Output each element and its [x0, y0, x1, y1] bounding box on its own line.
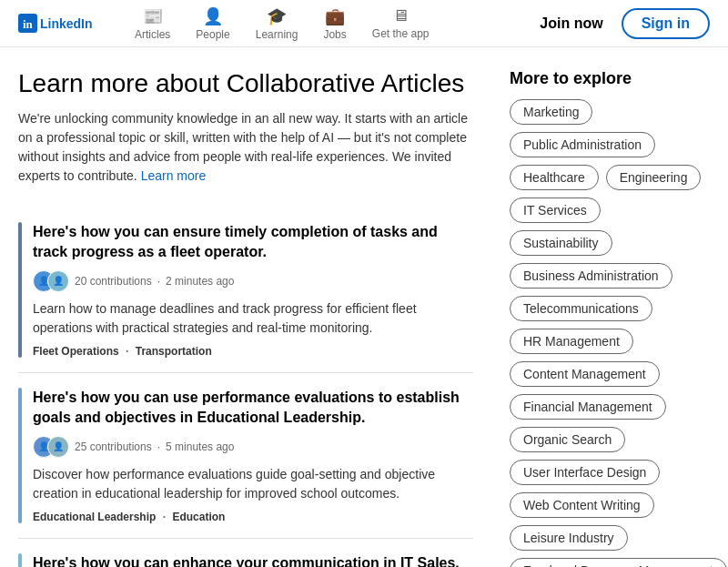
avatar: 👤 [47, 436, 69, 458]
dot-separator: · [157, 275, 160, 288]
tag2[interactable]: Transportation [136, 345, 212, 358]
tag-pill[interactable]: Leisure Industry [510, 525, 628, 551]
article-tags: Educational Leadership · Education [33, 511, 473, 523]
nav-jobs-label: Jobs [323, 28, 346, 41]
tag-pill[interactable]: IT Services [510, 197, 601, 223]
articles-icon: 📰 [143, 6, 163, 26]
avatar-group: 👤 👤 [33, 436, 69, 458]
time-ago: 5 minutes ago [166, 440, 234, 453]
tag-pill[interactable]: Marketing [510, 99, 592, 125]
article-content: Here's how you can enhance your communic… [33, 553, 473, 567]
tag1[interactable]: Fleet Operations [33, 345, 119, 358]
tag-pill[interactable]: Sustainability [510, 230, 612, 256]
article-title[interactable]: Here's how you can use performance evalu… [33, 388, 473, 429]
tag-pill[interactable]: Public Administration [510, 132, 655, 157]
tag-pill[interactable]: Organic Search [510, 427, 625, 452]
article-card: Here's how you can use performance evalu… [18, 373, 473, 539]
avatar: 👤 [47, 270, 69, 292]
contributions-count: 25 contributions [75, 440, 152, 453]
dot-separator: · [157, 440, 160, 453]
nav-learning-label: Learning [256, 28, 298, 41]
article-title[interactable]: Here's how you can ensure timely complet… [33, 222, 473, 263]
tag-pill[interactable]: Engineering [606, 165, 702, 190]
jobs-icon: 💼 [325, 6, 345, 26]
tag-pill[interactable]: Food and Beverage Management [510, 558, 727, 567]
learn-more-link[interactable]: Learn more [141, 168, 207, 183]
article-meta: 👤 👤 20 contributions · 2 minutes ago [33, 270, 473, 292]
tag-pill[interactable]: Web Content Writing [510, 492, 654, 518]
article-tags: Fleet Operations · Transportation [33, 345, 473, 358]
tag-pill[interactable]: Telecommunications [510, 296, 652, 321]
article-description: Learn how to manage deadlines and track … [33, 299, 473, 338]
svg-text:LinkedIn: LinkedIn [40, 16, 93, 31]
article-bar [18, 388, 22, 523]
right-column: More to explore MarketingPublic Administ… [510, 69, 710, 567]
article-card: Here's how you can ensure timely complet… [18, 208, 473, 373]
learning-icon: 🎓 [267, 6, 287, 26]
avatar-group: 👤 👤 [33, 270, 69, 292]
nav-people[interactable]: 👤 People [185, 0, 240, 47]
article-description: Discover how performance evaluations gui… [33, 465, 473, 503]
get-app-icon: 🖥 [392, 6, 409, 25]
tag-pill[interactable]: User Interface Design [510, 460, 660, 485]
nav-get-app[interactable]: 🖥 Get the app [361, 0, 440, 47]
tag-pill[interactable]: Content Management [510, 361, 660, 387]
left-column: Learn more about Collaborative Articles … [18, 69, 473, 567]
article-content: Here's how you can ensure timely complet… [33, 222, 473, 358]
article-content: Here's how you can use performance evalu… [33, 388, 473, 523]
time-ago: 2 minutes ago [166, 275, 234, 288]
nav-learning[interactable]: 🎓 Learning [245, 0, 309, 47]
article-card: Here's how you can enhance your communic… [18, 539, 473, 567]
tag2[interactable]: Education [172, 511, 225, 523]
header-actions: Join now Sign in [529, 8, 710, 39]
tag-pill[interactable]: Financial Management [510, 394, 666, 420]
more-to-explore-title: More to explore [510, 69, 710, 88]
tags-container: MarketingPublic AdministrationHealthcare… [510, 99, 710, 567]
tag1[interactable]: Educational Leadership [33, 511, 156, 523]
linkedin-logo[interactable]: in LinkedIn [18, 14, 95, 33]
people-icon: 👤 [203, 6, 223, 26]
article-title[interactable]: Here's how you can enhance your communic… [33, 553, 473, 567]
contributions-count: 20 contributions [75, 275, 152, 288]
nav-get-app-label: Get the app [372, 27, 430, 40]
tag-pill[interactable]: Healthcare [510, 165, 599, 190]
article-bar [18, 222, 22, 358]
nav-people-label: People [196, 28, 229, 41]
tag-pill[interactable]: Business Administration [510, 263, 672, 289]
header: in LinkedIn 📰 Articles 👤 People 🎓 Learni… [0, 0, 728, 47]
article-meta: 👤 👤 25 contributions · 5 minutes ago [33, 436, 473, 458]
main-nav: 📰 Articles 👤 People 🎓 Learning 💼 Jobs 🖥 … [124, 0, 529, 47]
article-bar [18, 553, 22, 567]
join-now-button[interactable]: Join now [529, 10, 613, 37]
svg-text:in: in [23, 17, 34, 31]
nav-articles[interactable]: 📰 Articles [124, 0, 181, 47]
main-content: Learn more about Collaborative Articles … [0, 47, 728, 567]
sign-in-button[interactable]: Sign in [622, 8, 710, 39]
page-title: Learn more about Collaborative Articles [18, 69, 473, 98]
page-description: We're unlocking community knowledge in a… [18, 109, 473, 186]
nav-articles-label: Articles [135, 28, 170, 41]
nav-jobs[interactable]: 💼 Jobs [312, 0, 357, 47]
tag-pill[interactable]: HR Management [510, 329, 633, 354]
